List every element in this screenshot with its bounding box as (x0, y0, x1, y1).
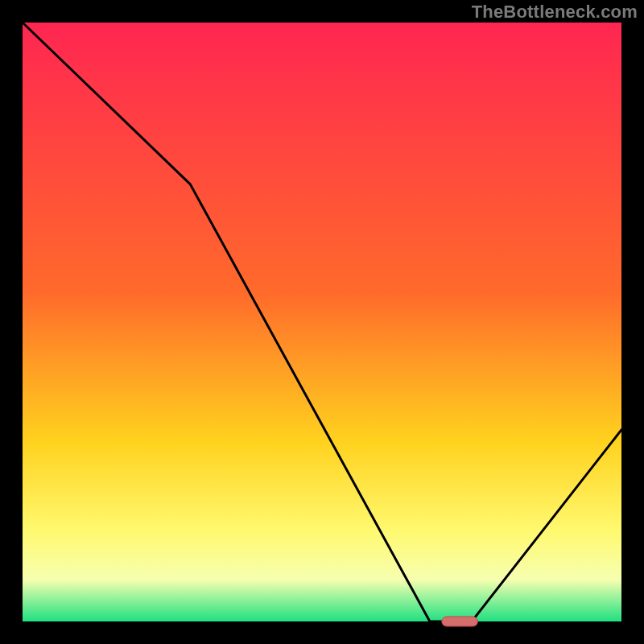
chart-container: { "watermark": "TheBottleneck.com", "col… (0, 0, 644, 644)
plot-background (23, 23, 621, 621)
chart-svg (0, 0, 644, 644)
watermark-text: TheBottleneck.com (472, 2, 638, 23)
optimum-marker (442, 617, 478, 626)
